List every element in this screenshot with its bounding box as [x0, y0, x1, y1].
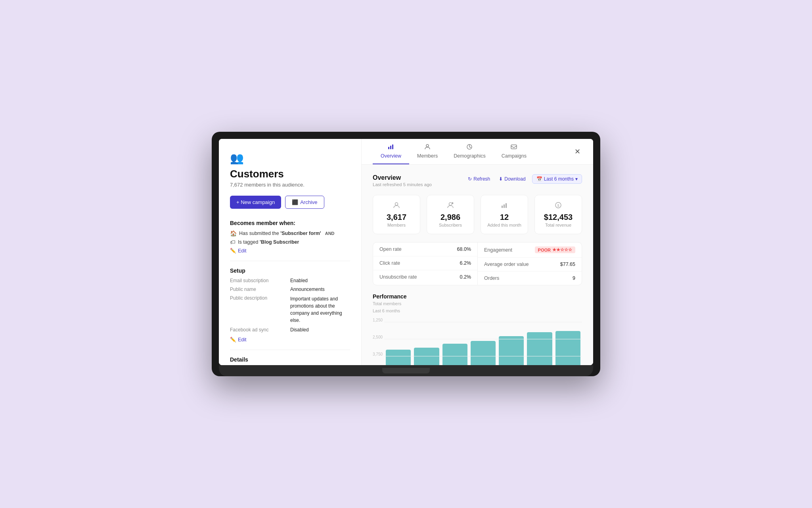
- stars: ★★☆☆☆: [552, 247, 572, 252]
- tab-members-label: Members: [417, 153, 438, 159]
- home-icon: 🏠: [230, 230, 237, 237]
- revenue-label: Total revenue: [545, 223, 571, 227]
- added-value: 12: [500, 213, 509, 222]
- svg-rect-9: [502, 206, 503, 208]
- demographics-tab-icon: [466, 144, 473, 152]
- download-button[interactable]: ⬇ Download: [496, 175, 528, 183]
- tab-campaigns-label: Campaigns: [502, 153, 527, 159]
- condition-2-text: Is tagged 'Blog Subscriber: [238, 239, 299, 245]
- chart-y-labels: 5,000 3,750 2,500 1,250: [373, 318, 383, 365]
- tab-campaigns[interactable]: Campaigns: [494, 139, 534, 164]
- y-label-3750: 3,750: [373, 352, 383, 356]
- revenue-value: $12,453: [544, 213, 573, 222]
- bar-6: [527, 332, 552, 365]
- time-filter-label: Last 6 months: [544, 176, 574, 182]
- archive-button[interactable]: ⬛ Archive: [285, 196, 324, 209]
- svg-point-8: [451, 202, 454, 204]
- laptop-screen: 👥 Customers 7,672 members in this audien…: [219, 139, 593, 365]
- tab-demographics[interactable]: Demographics: [446, 139, 494, 164]
- tab-demographics-label: Demographics: [454, 153, 486, 159]
- audience-subtitle: 7,672 members in this audience.: [230, 182, 350, 188]
- last-refresh-time: Last refreshed 5 minutes ago: [373, 182, 432, 187]
- overview-content: Overview Last refreshed 5 minutes ago ↻ …: [362, 165, 593, 365]
- divider-1: [230, 261, 350, 261]
- svg-point-6: [395, 203, 398, 206]
- chevron-down-icon: ▾: [575, 176, 578, 182]
- engagement-label: Engagement: [484, 247, 512, 253]
- condition-2: 🏷 Is tagged 'Blog Subscriber: [230, 239, 350, 245]
- public-name-value: Announcements: [290, 287, 350, 292]
- bar-5: [499, 336, 524, 365]
- tab-overview-label: Overview: [381, 153, 401, 159]
- svg-text:$: $: [557, 204, 559, 208]
- engagement-row: Engagement POOR ★★☆☆☆: [478, 242, 582, 258]
- campaigns-tab-icon: [511, 144, 517, 152]
- bar-1: [386, 350, 411, 365]
- y-label-2500: 2,500: [373, 335, 383, 339]
- unsub-rate-label: Unsubscribe rate: [379, 274, 417, 280]
- aov-row: Average order value $77.65: [478, 258, 582, 271]
- refresh-icon: ↻: [468, 176, 472, 182]
- stat-revenue: $ $12,453 Total revenue: [534, 195, 582, 234]
- edit-conditions-link[interactable]: ✏️ Edit: [230, 248, 350, 254]
- overview-title: Overview: [373, 174, 432, 181]
- public-name-label: Public name: [230, 287, 285, 292]
- edit-setup-link[interactable]: ✏️ Edit: [230, 337, 350, 343]
- bar-4: [471, 341, 496, 365]
- email-sub-value: Enabled: [290, 278, 350, 283]
- chart-title: Total members: [373, 301, 582, 306]
- chart-bars: [384, 322, 582, 365]
- stats-grid: 3,617 Members 2,986 Subscribers: [373, 195, 582, 234]
- chart-subtitle: Last 6 months: [373, 308, 582, 313]
- left-panel: 👥 Customers 7,672 members in this audien…: [219, 139, 362, 365]
- audience-title: Customers: [230, 168, 350, 180]
- time-filter[interactable]: 📅 Last 6 months ▾: [532, 174, 582, 184]
- overview-header: Overview Last refreshed 5 minutes ago ↻ …: [373, 174, 582, 187]
- bar-2: [414, 348, 439, 365]
- overview-actions: ↻ Refresh ⬇ Download 📅 Last 6 months ▾: [465, 174, 582, 184]
- metrics-grid: Open rate 68.0% Click rate 6.2% Unsubscr…: [373, 242, 582, 285]
- laptop-frame: 👥 Customers 7,672 members in this audien…: [212, 132, 600, 376]
- refresh-label: Refresh: [473, 176, 490, 182]
- public-desc-label: Public description: [230, 295, 285, 324]
- tab-overview[interactable]: Overview: [373, 139, 409, 164]
- fb-sync-value: Disabled: [290, 327, 350, 333]
- setup-grid: Email subscription Enabled Public name A…: [230, 278, 350, 333]
- download-icon: ⬇: [499, 176, 503, 182]
- performance-title: Performance: [373, 293, 582, 300]
- members-stat-icon: [393, 202, 400, 210]
- bar-7: [555, 331, 580, 365]
- new-campaign-button[interactable]: + New campaign: [230, 196, 281, 209]
- fb-sync-label: Facebook ad sync: [230, 327, 285, 333]
- metrics-right: Engagement POOR ★★☆☆☆ Average order valu…: [477, 242, 582, 285]
- open-rate-row: Open rate 68.0%: [373, 242, 477, 256]
- svg-rect-1: [390, 146, 391, 149]
- condition-1: 🏠 Has submitted the 'Subscriber form' AN…: [230, 230, 350, 237]
- gridline-1: [384, 322, 582, 322]
- orders-row: Orders 9: [478, 271, 582, 285]
- refresh-button[interactable]: ↻ Refresh: [465, 175, 492, 183]
- edit-setup-icon: ✏️: [230, 337, 236, 343]
- and-badge: AND: [325, 231, 335, 236]
- details-title: Details: [230, 356, 350, 363]
- close-button[interactable]: ✕: [573, 146, 582, 158]
- tabs: Overview Members Demographics: [373, 139, 534, 164]
- tab-bar: Overview Members Demographics: [362, 139, 593, 165]
- divider-2: [230, 350, 350, 350]
- stat-members: 3,617 Members: [373, 195, 420, 234]
- tab-members[interactable]: Members: [409, 139, 446, 164]
- members-tab-icon: [424, 144, 431, 152]
- right-panel: Overview Members Demographics: [362, 139, 593, 365]
- edit-label: Edit: [238, 248, 247, 254]
- subscribers-stat-icon: [447, 202, 454, 210]
- calendar-icon: 📅: [536, 176, 542, 182]
- y-label-1250: 1,250: [373, 318, 383, 322]
- members-value: 3,617: [387, 213, 406, 222]
- svg-rect-11: [506, 203, 507, 208]
- becomes-member-title: Becomes member when:: [230, 220, 350, 226]
- tag-icon: 🏷: [230, 239, 236, 245]
- action-buttons: + New campaign ⬛ Archive: [230, 196, 350, 209]
- bar-3: [442, 344, 467, 365]
- condition-1-text: Has submitted the 'Subscriber form': [239, 231, 321, 236]
- stat-added: 12 Added this month: [481, 195, 528, 234]
